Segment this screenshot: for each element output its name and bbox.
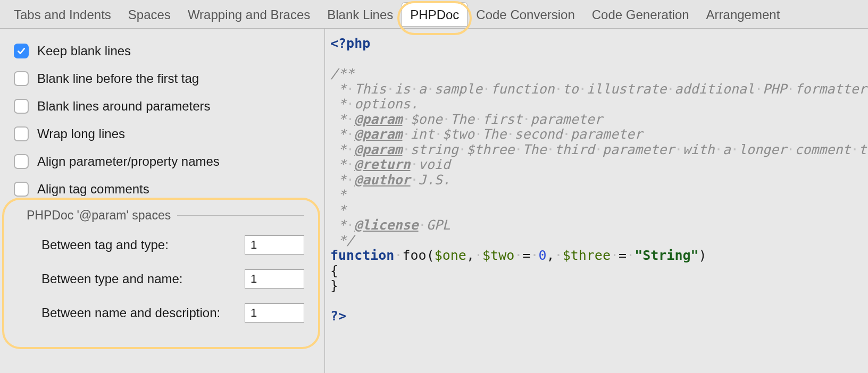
tab-tabs-and-indents[interactable]: Tabs and Indents bbox=[5, 2, 120, 27]
tab-wrapping-and-braces[interactable]: Wrapping and Braces bbox=[179, 2, 319, 27]
option-label: Align parameter/property names bbox=[37, 154, 220, 169]
option-keep-blank-lines[interactable]: Keep blank lines bbox=[14, 44, 315, 58]
tab-label: PHPDoc bbox=[410, 7, 459, 22]
code-comment: * bbox=[330, 81, 346, 97]
option-label: Blank lines around parameters bbox=[37, 99, 211, 114]
tab-arrangement[interactable]: Arrangement bbox=[698, 2, 789, 27]
checkbox-icon[interactable] bbox=[14, 44, 29, 58]
field-label: Between name and description: bbox=[41, 306, 220, 320]
field-between-name-and-description: Between name and description: bbox=[41, 303, 304, 323]
code-preview: <?php /** *·This·is·a·sample·function·to… bbox=[325, 34, 868, 324]
option-label: Blank line before the first tag bbox=[37, 71, 199, 86]
option-blank-line-before-first-tag[interactable]: Blank line before the first tag bbox=[14, 71, 315, 86]
option-label: Wrap long lines bbox=[37, 126, 125, 141]
tab-label: Wrapping and Braces bbox=[188, 7, 310, 22]
option-align-tag-comments[interactable]: Align tag comments bbox=[14, 182, 315, 197]
checkbox-icon[interactable] bbox=[14, 99, 29, 114]
tab-spaces[interactable]: Spaces bbox=[120, 2, 179, 27]
tab-label: Code Generation bbox=[592, 7, 689, 22]
tab-label: Tabs and Indents bbox=[14, 7, 111, 22]
option-label: Keep blank lines bbox=[37, 44, 131, 58]
field-between-tag-and-type: Between tag and type: bbox=[41, 235, 304, 255]
field-input-name-desc[interactable] bbox=[245, 303, 304, 323]
tab-label: Spaces bbox=[128, 7, 171, 22]
tab-phpdoc[interactable]: PHPDoc bbox=[402, 2, 468, 27]
tab-code-conversion[interactable]: Code Conversion bbox=[468, 2, 583, 27]
field-input-tag-type[interactable] bbox=[245, 235, 304, 255]
group-title-row: PHPDoc '@param' spaces bbox=[27, 208, 304, 223]
option-blank-lines-around-parameters[interactable]: Blank lines around parameters bbox=[14, 99, 315, 114]
field-input-type-name[interactable] bbox=[245, 269, 304, 289]
code-open-tag: <?php bbox=[330, 36, 370, 51]
code-comment: /** bbox=[330, 66, 354, 81]
group-title: PHPDoc '@param' spaces bbox=[27, 208, 171, 223]
checkbox-icon[interactable] bbox=[14, 126, 29, 141]
code-preview-pane: <?php /** *·This·is·a·sample·function·to… bbox=[324, 29, 868, 373]
divider bbox=[177, 215, 304, 216]
tab-label: Arrangement bbox=[706, 7, 780, 22]
option-align-parameter-property-names[interactable]: Align parameter/property names bbox=[14, 154, 315, 169]
tabbar: Tabs and Indents Spaces Wrapping and Bra… bbox=[0, 0, 868, 29]
tab-label: Code Conversion bbox=[476, 7, 574, 22]
tab-label: Blank Lines bbox=[327, 7, 393, 22]
code-close-tag: ?> bbox=[330, 308, 346, 324]
field-label: Between tag and type: bbox=[41, 238, 169, 252]
checkbox-icon[interactable] bbox=[14, 182, 29, 197]
content: Keep blank lines Blank line before the f… bbox=[0, 29, 868, 373]
tab-blank-lines[interactable]: Blank Lines bbox=[319, 2, 402, 27]
field-label: Between type and name: bbox=[41, 272, 183, 286]
group-phpdoc-param-spaces: PHPDoc '@param' spaces Between tag and t… bbox=[14, 203, 315, 340]
option-label: Align tag comments bbox=[37, 182, 149, 197]
checkbox-icon[interactable] bbox=[14, 71, 29, 86]
option-wrap-long-lines[interactable]: Wrap long lines bbox=[14, 126, 315, 141]
field-between-type-and-name: Between type and name: bbox=[41, 269, 304, 289]
checkbox-icon[interactable] bbox=[14, 154, 29, 169]
settings-pane: Keep blank lines Blank line before the f… bbox=[0, 29, 324, 373]
tab-code-generation[interactable]: Code Generation bbox=[583, 2, 698, 27]
